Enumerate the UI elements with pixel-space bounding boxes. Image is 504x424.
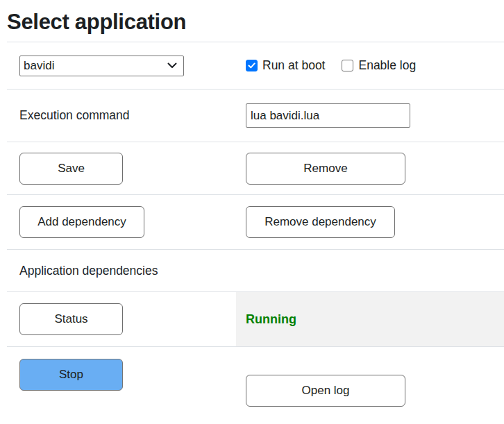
run-at-boot-checkbox[interactable] — [246, 60, 258, 71]
application-dependencies-row: Application dependencies — [7, 249, 504, 291]
chevron-down-icon — [167, 62, 177, 69]
stop-openlog-row: Stop Open log — [7, 346, 504, 422]
remove-dependency-cell: Remove dependency — [236, 195, 504, 249]
open-log-button[interactable]: Open log — [246, 375, 405, 407]
page: Select application bavidi — [7, 0, 504, 422]
stop-button[interactable]: Stop — [19, 359, 123, 391]
save-remove-row: Save Remove — [7, 142, 504, 194]
remove-cell: Remove — [236, 142, 504, 194]
application-row: bavidi Run at boot — [7, 42, 504, 89]
page-title: Select application — [7, 0, 504, 42]
enable-log-checkbox[interactable] — [342, 60, 353, 71]
open-log-cell: Open log — [236, 347, 504, 422]
execution-command-row: Execution command — [7, 89, 504, 142]
status-button[interactable]: Status — [19, 303, 123, 335]
run-at-boot-label: Run at boot — [262, 58, 325, 73]
run-at-boot-option[interactable]: Run at boot — [246, 58, 325, 73]
app-window: Select application bavidi — [0, 0, 504, 424]
add-dependency-button[interactable]: Add dependency — [19, 206, 144, 238]
status-value-cell: Running — [236, 292, 504, 346]
dependency-buttons-row: Add dependency Remove dependency — [7, 194, 504, 249]
execution-command-label-cell: Execution command — [7, 108, 236, 123]
save-cell: Save — [7, 153, 236, 185]
status-value: Running — [246, 312, 296, 327]
boot-options-cell: Run at boot Enable log — [236, 42, 504, 89]
execution-command-label: Execution command — [19, 108, 130, 123]
status-row: Status Running — [7, 291, 504, 346]
remove-button[interactable]: Remove — [246, 153, 405, 185]
execution-command-input[interactable] — [246, 103, 410, 128]
checkmark-icon — [248, 62, 255, 69]
stop-cell: Stop — [7, 347, 236, 391]
add-dependency-cell: Add dependency — [7, 206, 236, 238]
remove-dependency-button[interactable]: Remove dependency — [246, 206, 395, 238]
application-dependencies-heading: Application dependencies — [19, 264, 158, 278]
save-button[interactable]: Save — [19, 153, 123, 185]
application-dependencies-cell: Application dependencies — [7, 264, 504, 278]
enable-log-label: Enable log — [358, 58, 416, 73]
status-button-cell: Status — [7, 303, 236, 335]
application-select[interactable]: bavidi — [19, 56, 184, 76]
enable-log-option[interactable]: Enable log — [342, 58, 416, 73]
execution-command-input-cell — [236, 90, 504, 142]
application-select-value: bavidi — [24, 59, 54, 73]
application-select-cell: bavidi — [7, 56, 236, 76]
